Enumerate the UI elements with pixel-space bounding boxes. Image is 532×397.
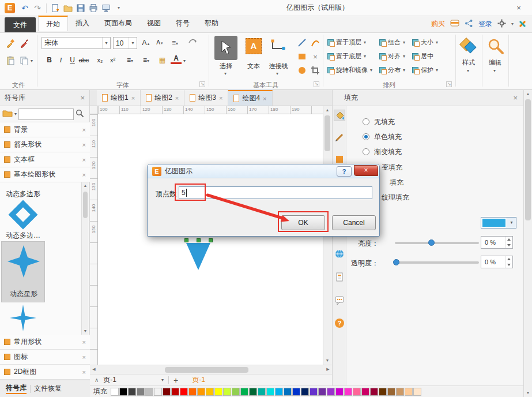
scroll-down-icon[interactable]: ▼ <box>524 389 532 397</box>
palette-swatch[interactable] <box>206 388 214 396</box>
arrange-button[interactable]: 置于底层▾ <box>327 50 372 62</box>
color-dropdown-icon[interactable]: ▾ <box>507 218 516 228</box>
palette-swatch[interactable] <box>214 388 222 396</box>
file-menu-button[interactable]: 文件 <box>5 17 36 32</box>
dialog-launcher-icon[interactable]: ↘ <box>199 81 205 87</box>
chevron-down-icon[interactable]: ▾ <box>183 58 186 63</box>
page-tab[interactable]: 页-1 <box>103 375 116 385</box>
palette-swatch[interactable] <box>396 388 404 396</box>
scroll-right-icon[interactable]: ▶ <box>324 365 332 373</box>
menu-tab[interactable]: 帮助 <box>197 16 226 31</box>
drawing-canvas[interactable] <box>98 114 323 365</box>
select-tool-label[interactable]: 选择 <box>212 62 240 70</box>
undo-button[interactable]: ↶ <box>19 2 31 14</box>
symbol-item[interactable] <box>8 200 38 230</box>
palette-swatch[interactable] <box>284 388 292 396</box>
menu-tab[interactable]: 页面布局 <box>97 16 139 31</box>
scrollbar-thumb[interactable] <box>525 99 531 220</box>
arrange-button[interactable]: 对齐▾ <box>379 50 405 62</box>
connector-tool-label[interactable]: 连接线 <box>264 62 293 70</box>
bold-button[interactable]: B <box>44 54 55 66</box>
palette-swatch[interactable] <box>413 388 421 396</box>
chevron-down-icon[interactable]: ▾ <box>276 71 278 76</box>
active-page-label[interactable]: 页-1 <box>192 375 205 385</box>
palette-swatch[interactable] <box>318 388 326 396</box>
palette-swatch[interactable] <box>223 388 231 396</box>
login-link[interactable]: 登录 <box>478 19 492 29</box>
gear-icon[interactable] <box>497 19 506 29</box>
font-name-combo[interactable]: 宋体 ▾ <box>41 37 111 49</box>
palette-swatch[interactable] <box>310 388 318 396</box>
chevron-down-icon[interactable]: ▾ <box>102 38 110 48</box>
close-icon[interactable]: × <box>263 95 266 102</box>
palette-swatch[interactable] <box>249 388 257 396</box>
dialog-help-button[interactable]: ? <box>337 166 352 177</box>
style-tool-icon[interactable] <box>459 38 478 58</box>
open-button[interactable] <box>62 2 74 14</box>
edraw-promo-icon[interactable] <box>519 20 526 28</box>
close-icon[interactable]: × <box>82 339 86 346</box>
palette-swatch[interactable] <box>154 388 162 396</box>
gift-card-icon[interactable] <box>450 20 459 28</box>
canvas-horizontal-scrollbar[interactable]: ◀ ▶ <box>90 365 332 374</box>
arrange-button[interactable]: 大小▾ <box>412 36 438 48</box>
symbol-item-label[interactable]: 动态多边形 <box>0 189 46 199</box>
chevron-down-icon[interactable]: ▾ <box>493 68 496 73</box>
buy-link[interactable]: 购买 <box>431 19 445 29</box>
format-painter-icon[interactable] <box>5 38 16 49</box>
radio-icon[interactable] <box>363 148 369 155</box>
opacity-slider-track[interactable] <box>395 261 479 264</box>
hyperlink-globe-icon[interactable] <box>334 248 345 260</box>
palette-swatch[interactable] <box>275 388 283 396</box>
menu-tab[interactable]: 视图 <box>139 16 168 31</box>
line-style-pen-icon[interactable] <box>334 132 345 143</box>
palette-swatch[interactable] <box>232 388 240 396</box>
curve-tool-icon[interactable] <box>310 37 321 48</box>
save-button[interactable] <box>75 2 86 14</box>
palette-swatch[interactable] <box>163 388 171 396</box>
ellipse-tool-icon[interactable] <box>296 65 308 76</box>
superscript-button[interactable]: x² <box>107 54 118 66</box>
palette-swatch[interactable] <box>353 388 361 396</box>
scrollbar-thumb[interactable] <box>165 367 248 373</box>
symbol-item-selected[interactable]: 动态星形 <box>1 241 45 302</box>
palette-swatch[interactable] <box>128 388 136 396</box>
scroll-up-icon[interactable]: ▲ <box>82 182 89 189</box>
symbol-search-input[interactable] <box>18 108 74 120</box>
close-icon[interactable]: × <box>82 156 86 163</box>
tab-symbol-library[interactable]: 符号库 <box>6 383 27 394</box>
comment-icon[interactable] <box>334 294 345 306</box>
scrollbar-thumb[interactable] <box>325 115 330 151</box>
highlight-fill-icon[interactable]: ▦ <box>157 54 168 66</box>
redo-button[interactable]: ↷ <box>32 2 43 14</box>
chevron-down-icon[interactable]: ▾ <box>129 38 137 48</box>
fill-bucket-icon[interactable] <box>334 110 345 121</box>
symbol-list-scrollbar[interactable]: ▲ ▼ <box>81 182 88 335</box>
menu-tab[interactable]: 插入 <box>68 16 97 31</box>
palette-swatch[interactable] <box>188 388 197 396</box>
palette-swatch[interactable] <box>266 388 274 396</box>
arrange-button[interactable]: 保护▾ <box>412 64 438 76</box>
selection-handle[interactable] <box>197 238 201 242</box>
paste-icon[interactable] <box>5 55 16 66</box>
selection-handle[interactable] <box>184 238 188 242</box>
symbol-category[interactable]: 文本框× <box>0 152 90 167</box>
fill-option[interactable]: 渐变填充 <box>363 144 402 159</box>
scroll-up-icon[interactable]: ▲ <box>524 90 532 98</box>
connector-tool-icon[interactable] <box>270 38 287 56</box>
underline-button[interactable]: U <box>67 54 78 66</box>
scroll-down-icon[interactable]: ▼ <box>82 328 89 335</box>
document-tab[interactable]: 绘图2× <box>141 90 184 106</box>
chevron-down-icon[interactable]: ▾ <box>31 58 33 63</box>
brightness-spinner[interactable]: 0 % <box>481 236 513 249</box>
select-tool-icon[interactable] <box>214 36 237 60</box>
menu-tab[interactable]: 开始 <box>38 16 68 31</box>
symbol-category[interactable]: 箭头形状× <box>0 137 90 152</box>
brightness-slider-handle[interactable] <box>428 239 435 246</box>
close-icon[interactable]: × <box>82 369 86 376</box>
palette-swatch[interactable] <box>119 388 127 396</box>
palette-swatch[interactable] <box>301 388 309 396</box>
spinner-down-icon[interactable] <box>505 262 512 268</box>
strikethrough-button[interactable]: abc <box>78 54 89 66</box>
palette-swatch[interactable] <box>111 388 119 396</box>
